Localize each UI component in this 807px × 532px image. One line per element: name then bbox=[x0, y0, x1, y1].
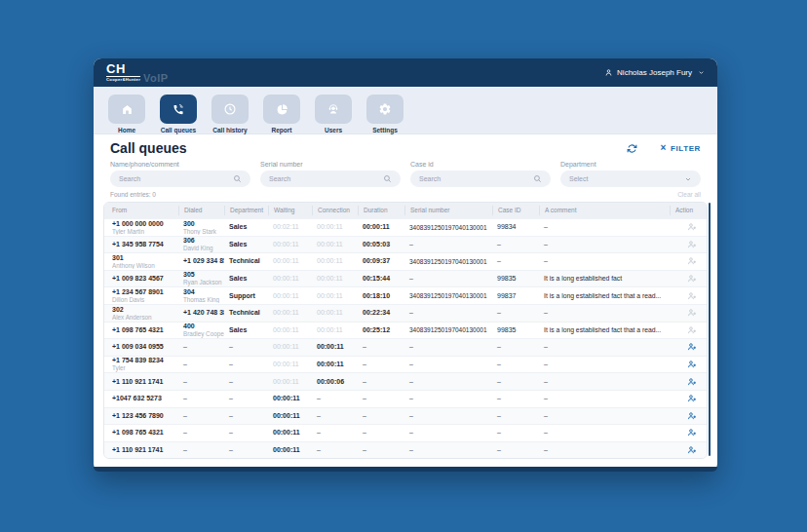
dialed-number: 300 bbox=[183, 220, 224, 228]
cell-connection: 00:00:11 bbox=[312, 257, 358, 265]
nav-button-settings[interactable] bbox=[366, 95, 404, 124]
department-select[interactable]: Select bbox=[560, 171, 701, 187]
person-add-icon[interactable] bbox=[687, 222, 697, 232]
search-input[interactable] bbox=[419, 175, 533, 182]
clear-all-button[interactable]: Clear all bbox=[677, 191, 701, 198]
filter-label: Department bbox=[560, 161, 701, 168]
cell-waiting: 00:00:11 bbox=[268, 292, 312, 300]
title-row: Call queues × FILTER bbox=[110, 140, 701, 156]
from-number: +1 098 765 4321 bbox=[112, 429, 178, 437]
cell-waiting: 00:02:11 bbox=[268, 223, 312, 231]
cell-duration: – bbox=[358, 446, 404, 454]
nav-item-call-queues[interactable]: Call queues bbox=[157, 95, 200, 133]
cell-action bbox=[670, 342, 699, 352]
from-number: +1 123 456 7890 bbox=[112, 412, 178, 420]
cell-duration: 00:22:34 bbox=[358, 309, 404, 317]
nav-button-home[interactable] bbox=[108, 95, 145, 124]
cell-serial-number: – bbox=[404, 446, 492, 454]
cell-dialed: – bbox=[178, 446, 224, 454]
name-phone-comment-input[interactable] bbox=[110, 171, 250, 187]
cell-from: +1 098 765 4321 bbox=[112, 326, 178, 334]
cell-comment: – bbox=[539, 223, 670, 231]
dialed-number: 400 bbox=[183, 323, 224, 330]
refresh-button[interactable] bbox=[627, 143, 637, 154]
cell-case-id: – bbox=[492, 241, 539, 248]
cell-department: Technical bbox=[224, 309, 268, 317]
person-add-icon[interactable] bbox=[687, 308, 697, 318]
nav-button-call-history[interactable] bbox=[211, 95, 249, 124]
person-add-icon[interactable] bbox=[687, 256, 697, 266]
filter-field-name-phone-comment: Name/phone/comment bbox=[110, 161, 250, 187]
cell-department: – bbox=[224, 361, 268, 368]
nav-bar: HomeCall queuesCall historyReportUsersSe… bbox=[94, 87, 717, 134]
person-add-icon[interactable] bbox=[687, 291, 697, 301]
table-row: +1 009 823 4567305Ryan JacksonSales00:00… bbox=[104, 270, 707, 287]
from-number: +1 000 000 0000 bbox=[112, 220, 178, 228]
cell-case-id: – bbox=[492, 412, 539, 420]
nav-label: Users bbox=[325, 127, 342, 133]
nav-item-users[interactable]: Users bbox=[312, 95, 355, 133]
from-number: +1 345 958 7754 bbox=[112, 241, 178, 248]
table-row: +1 123 456 7890––00:00:11––––– bbox=[104, 407, 707, 425]
table-header: FromDialedDepartmentWaitingConnectionDur… bbox=[104, 203, 707, 218]
nav-item-call-history[interactable]: Call history bbox=[209, 95, 251, 133]
table-row: +1 234 567 8901Dillon Davis304Thomas Kin… bbox=[104, 286, 707, 304]
cell-waiting: 00:00:11 bbox=[268, 378, 312, 386]
cell-case-id: 99835 bbox=[492, 326, 539, 334]
person-add-icon[interactable] bbox=[687, 274, 697, 284]
filter-label: Serial number bbox=[260, 161, 401, 168]
dialed-name: Ryan Jackson bbox=[183, 279, 224, 285]
cell-serial-number: – bbox=[404, 378, 492, 386]
nav-label: Home bbox=[118, 127, 135, 133]
dialed-name: Thomas King bbox=[183, 296, 224, 303]
cell-department: – bbox=[224, 412, 268, 420]
person-add-icon[interactable] bbox=[687, 411, 697, 421]
logo-product: VoIP bbox=[143, 72, 169, 84]
cell-dialed: 304Thomas King bbox=[178, 288, 224, 303]
table-row: +1 098 765 4321––00:00:11––––– bbox=[104, 424, 707, 441]
user-menu[interactable]: Nicholas Joseph Fury bbox=[604, 68, 705, 77]
cell-department: – bbox=[224, 378, 268, 386]
person-add-icon[interactable] bbox=[687, 394, 697, 403]
search-input[interactable] bbox=[269, 175, 383, 182]
logo-secondary: Cooper&Hunter bbox=[106, 76, 140, 82]
cell-action bbox=[670, 325, 699, 335]
person-add-icon[interactable] bbox=[687, 325, 697, 335]
nav-button-call-queues[interactable] bbox=[160, 95, 197, 124]
cell-serial-number: – bbox=[404, 241, 492, 248]
select-value: Select bbox=[569, 175, 684, 182]
cell-waiting: 00:00:11 bbox=[268, 395, 312, 402]
filter-button[interactable]: × FILTER bbox=[661, 143, 701, 153]
person-add-icon[interactable] bbox=[687, 342, 697, 352]
nav-button-report[interactable] bbox=[263, 95, 300, 124]
cell-action bbox=[670, 291, 699, 301]
table-row: +1 345 958 7754306David KingSales00:00:1… bbox=[104, 236, 707, 253]
serial-number-input[interactable] bbox=[260, 171, 401, 187]
nav-item-home[interactable]: Home bbox=[105, 95, 148, 133]
cell-duration: – bbox=[358, 412, 404, 420]
cell-connection: 00:00:11 bbox=[312, 241, 358, 248]
cell-action bbox=[670, 360, 699, 369]
case-id-input[interactable] bbox=[410, 171, 551, 187]
vertical-scrollbar[interactable] bbox=[709, 203, 711, 456]
person-add-icon[interactable] bbox=[687, 377, 697, 387]
cell-dialed: 400Bradley Cooper bbox=[178, 323, 224, 337]
cell-duration: 00:00:11 bbox=[358, 223, 404, 231]
cell-from: +1 009 823 4567 bbox=[112, 275, 178, 283]
cell-serial-number: – bbox=[404, 309, 492, 317]
nav-item-settings[interactable]: Settings bbox=[364, 95, 406, 133]
cell-from: +1 098 765 4321 bbox=[112, 429, 178, 437]
nav-button-users[interactable] bbox=[315, 95, 352, 124]
person-add-icon[interactable] bbox=[687, 445, 697, 455]
cell-waiting: 00:00:11 bbox=[268, 412, 312, 420]
cell-connection: 00:00:06 bbox=[312, 378, 358, 386]
person-add-icon[interactable] bbox=[687, 360, 697, 369]
cell-from: 301Anthony Wilson bbox=[112, 254, 178, 269]
search-input[interactable] bbox=[119, 175, 233, 182]
nav-item-report[interactable]: Report bbox=[260, 95, 303, 133]
cell-connection: 00:00:11 bbox=[312, 292, 358, 300]
person-add-icon[interactable] bbox=[687, 240, 697, 249]
cell-from: +1 000 000 0000Tyler Martin bbox=[112, 220, 178, 235]
person-add-icon[interactable] bbox=[687, 428, 697, 437]
home-icon bbox=[121, 103, 134, 116]
